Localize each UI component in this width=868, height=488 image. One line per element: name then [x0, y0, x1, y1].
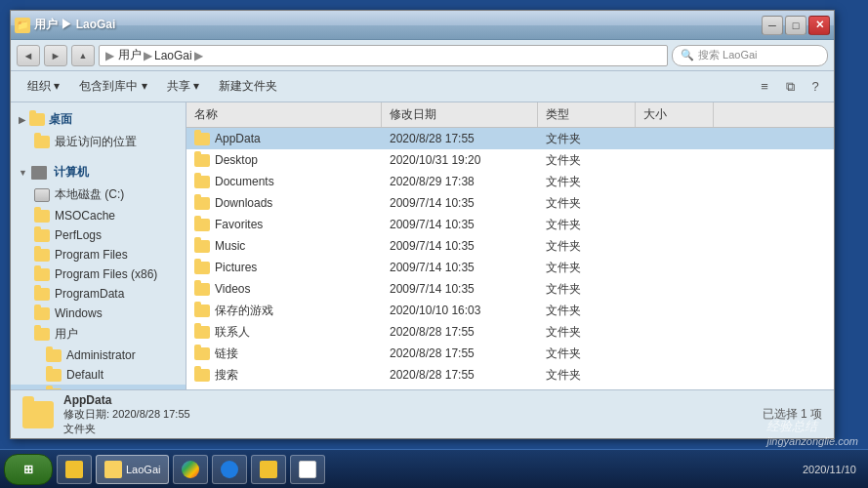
folder-icon-file: [194, 262, 210, 274]
file-size-cell: [636, 278, 714, 300]
file-list: AppData 2020/8/28 17:55 文件夹 Desktop 2020…: [186, 128, 834, 389]
file-name: Pictures: [215, 261, 257, 274]
taskbar-explorer[interactable]: LaoGai: [96, 455, 169, 484]
table-row[interactable]: 链接 2020/8/28 17:55 文件夹: [186, 343, 834, 364]
table-row[interactable]: Videos 2009/7/14 10:35 文件夹: [186, 278, 834, 300]
new-folder-button[interactable]: 新建文件夹: [210, 74, 286, 100]
table-row[interactable]: 搜索 2020/8/28 17:55 文件夹: [186, 364, 834, 386]
address-path[interactable]: ▶ 用户 ▶ LaoGai ▶: [99, 45, 668, 66]
sidebar-desktop[interactable]: ▶ 桌面: [11, 108, 186, 131]
sidebar-users[interactable]: 用户: [11, 323, 186, 346]
sidebar-programfiles-x86[interactable]: Program Files (x86): [11, 264, 186, 284]
taskbar-ie[interactable]: [212, 455, 247, 484]
maximize-button[interactable]: □: [785, 16, 806, 35]
sidebar-recent[interactable]: 最近访问的位置: [11, 131, 186, 153]
table-row[interactable]: Pictures 2009/7/14 10:35 文件夹: [186, 257, 834, 278]
file-date-cell: 2020/8/28 17:55: [382, 364, 538, 386]
back-button[interactable]: ◄: [17, 45, 40, 66]
taskbar-notepad-icon: [299, 461, 316, 478]
file-type-cell: 文件夹: [538, 364, 636, 386]
up-button[interactable]: ▲: [71, 45, 95, 66]
library-button[interactable]: 包含到库中 ▾: [70, 74, 155, 100]
file-name-cell: Desktop: [186, 149, 382, 171]
folder-icon-windows: [34, 307, 50, 320]
taskbar-chrome[interactable]: [173, 455, 208, 484]
sidebar-hdd-c[interactable]: 本地磁盘 (C:): [11, 183, 186, 206]
file-name: Desktop: [215, 153, 258, 167]
table-row[interactable]: 联系人 2020/8/28 17:55 文件夹: [186, 321, 834, 343]
path-sep: ▶: [144, 49, 152, 62]
file-date-cell: 2020/8/28 17:55: [382, 321, 538, 343]
file-type-cell: 文件夹: [538, 171, 636, 192]
folder-icon-file: [194, 283, 210, 296]
sidebar-windows[interactable]: Windows: [11, 304, 186, 323]
table-row[interactable]: Desktop 2020/10/31 19:20 文件夹: [186, 149, 834, 171]
toolbar-right: ≡ ⧉ ?: [754, 76, 826, 98]
help-button[interactable]: ?: [805, 76, 826, 98]
minimize-button[interactable]: ─: [762, 16, 783, 35]
taskbar-notepad[interactable]: [290, 455, 325, 484]
file-name-cell: Music: [186, 235, 382, 257]
status-info: AppData 修改日期: 2020/8/28 17:55 文件夹: [63, 393, 190, 436]
file-size-cell: [636, 192, 714, 214]
sidebar-computer[interactable]: ▼ 计算机: [11, 161, 186, 183]
col-header-size[interactable]: 大小: [636, 102, 714, 127]
sidebar-label-hdd-c: 本地磁盘 (C:): [55, 186, 124, 203]
address-bar: ◄ ► ▲ ▶ 用户 ▶ LaoGai ▶ 🔍 搜索 LaoGai: [11, 40, 834, 71]
file-name: Favorites: [215, 218, 263, 231]
sidebar-programdata[interactable]: ProgramData: [11, 284, 186, 304]
table-row[interactable]: AppData 2020/8/28 17:55 文件夹: [186, 128, 834, 149]
expand-icon: ▶: [19, 115, 25, 125]
folder-icon-file: [194, 133, 210, 145]
file-name-cell: Pictures: [186, 257, 382, 278]
table-row[interactable]: Favorites 2009/7/14 10:35 文件夹: [186, 214, 834, 235]
taskbar-explorer-label: LaoGai: [126, 464, 160, 475]
file-name: 搜索: [215, 367, 238, 384]
sidebar-perflogs[interactable]: PerfLogs: [11, 225, 186, 245]
file-type-cell: 文件夹: [538, 300, 636, 321]
taskbar-folder[interactable]: [251, 455, 286, 484]
table-row[interactable]: Downloads 2009/7/14 10:35 文件夹: [186, 192, 834, 214]
sidebar-default[interactable]: Default: [11, 365, 186, 385]
file-size-cell: [636, 171, 714, 192]
taskbar-show-desktop[interactable]: [57, 455, 92, 484]
folder-icon-file: [194, 369, 210, 382]
file-type-cell: 文件夹: [538, 128, 636, 149]
close-button[interactable]: ✕: [808, 16, 830, 35]
start-button[interactable]: ⊞: [4, 454, 53, 485]
taskbar-chrome-icon: [182, 461, 199, 478]
file-name-cell: 保存的游戏: [186, 300, 382, 321]
file-name-cell: 联系人: [186, 321, 382, 343]
file-size-cell: [636, 235, 714, 257]
file-size-cell: [636, 300, 714, 321]
file-name-cell: Videos: [186, 278, 382, 300]
share-button[interactable]: 共享 ▾: [158, 74, 208, 100]
table-row[interactable]: Documents 2020/8/29 17:38 文件夹: [186, 171, 834, 192]
file-type-cell: 文件夹: [538, 214, 636, 235]
view-extra-button[interactable]: ⧉: [779, 76, 801, 98]
folder-icon-file: [194, 347, 210, 360]
folder-icon-file: [194, 219, 210, 231]
path-sep2: ▶: [194, 49, 203, 62]
table-row[interactable]: 保存的游戏 2020/10/10 16:03 文件夹: [186, 300, 834, 321]
folder-icon-file: [194, 176, 210, 188]
sidebar-administrator[interactable]: Administrator: [11, 346, 186, 365]
organize-button[interactable]: 组织 ▾: [19, 74, 68, 100]
sidebar-programfiles[interactable]: Program Files: [11, 245, 186, 264]
file-type-cell: 文件夹: [538, 149, 636, 171]
folder-icon-recent: [34, 136, 50, 148]
sidebar-label-perflogs: PerfLogs: [55, 228, 102, 242]
search-box[interactable]: 🔍 搜索 LaoGai: [672, 45, 828, 66]
status-file-type: 文件夹: [63, 422, 190, 436]
col-header-type[interactable]: 类型: [538, 102, 636, 127]
forward-button[interactable]: ►: [44, 45, 67, 66]
view-details-button[interactable]: ≡: [754, 76, 775, 98]
file-date-cell: 2009/7/14 10:35: [382, 235, 538, 257]
window-title: 用户 ▶ LaoGai: [34, 17, 115, 33]
sidebar-msocache[interactable]: MSOCache: [11, 206, 186, 225]
file-name: Documents: [215, 175, 274, 188]
col-header-date[interactable]: 修改日期: [382, 102, 538, 127]
col-header-name[interactable]: 名称: [186, 102, 382, 127]
watermark: 经验总结 jingyanzonglie.com: [766, 418, 858, 447]
table-row[interactable]: Music 2009/7/14 10:35 文件夹: [186, 235, 834, 257]
